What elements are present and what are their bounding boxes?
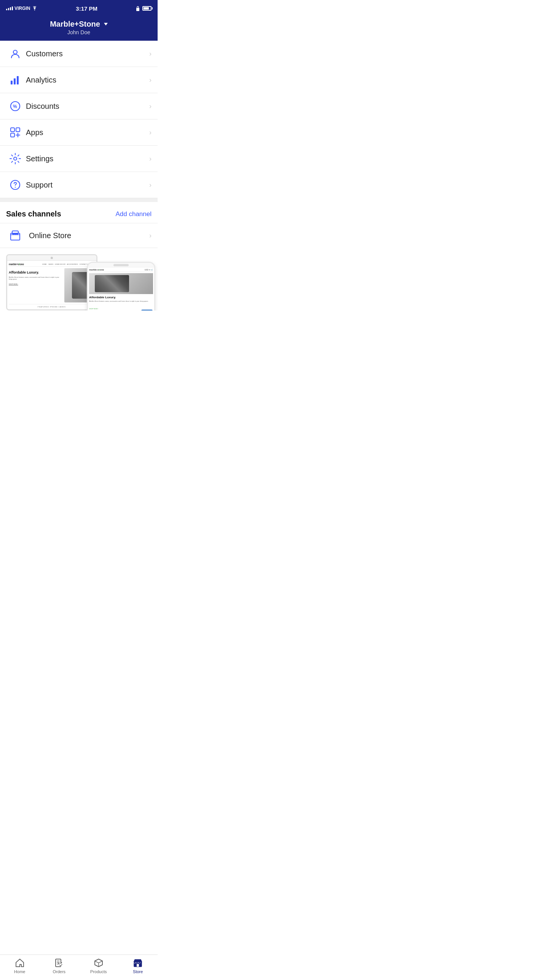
support-label: Support — [26, 181, 149, 189]
svg-text:%: % — [13, 104, 17, 109]
hero-headline: Affordable Luxury. — [9, 270, 63, 275]
svg-point-14 — [15, 187, 16, 188]
analytics-chevron: › — [149, 76, 152, 84]
status-time: 3:17 PM — [76, 5, 97, 12]
support-icon — [6, 179, 24, 191]
store-name-button[interactable]: Marble+Stone — [6, 20, 152, 29]
desktop-dot — [51, 257, 53, 259]
carrier-label: VIRGIN — [14, 6, 30, 11]
menu-item-analytics[interactable]: Analytics › — [0, 67, 158, 93]
user-name: John Doe — [6, 29, 152, 35]
nav-links: HOMECASESHOME DECORACCESSORIESCONTACT US… — [42, 263, 95, 265]
discounts-label: Discounts — [26, 102, 149, 111]
settings-label: Settings — [26, 154, 149, 163]
mobile-nav: marble+stone USD ▾ 🛒 — [89, 269, 153, 272]
battery-icon — [142, 6, 152, 11]
svg-rect-8 — [16, 128, 20, 132]
mobile-top-bar — [88, 263, 154, 267]
svg-rect-2 — [11, 81, 13, 84]
desktop-mockup: marble+stone HOMECASESHOME DECORACCESSOR… — [6, 254, 97, 310]
menu-item-customers[interactable]: Customers › — [0, 41, 158, 67]
lock-icon — [136, 6, 140, 11]
signal-icon — [6, 6, 13, 10]
online-store-label: Online Store — [29, 231, 149, 240]
sales-channels-title: Sales channels — [6, 210, 61, 218]
online-store-item[interactable]: Online Store › — [0, 223, 158, 248]
menu-item-discounts[interactable]: % Discounts › — [0, 93, 158, 119]
website-nav: marble+stone HOMECASESHOME DECORACCESSOR… — [9, 262, 95, 267]
status-left: VIRGIN — [6, 6, 38, 11]
svg-rect-7 — [11, 128, 14, 132]
mobile-website-content: marble+stone USD ▾ 🛒 Affordable Luxury. … — [88, 267, 154, 310]
discounts-chevron: › — [149, 102, 152, 110]
discounts-icon: % — [6, 100, 24, 112]
mobile-mockup: marble+stone USD ▾ 🛒 Affordable Luxury. … — [87, 262, 155, 310]
website-hero: Affordable Luxury. Marble+Stone features… — [9, 268, 95, 302]
customers-chevron: › — [149, 50, 152, 58]
website-logo: marble+stone — [9, 263, 24, 266]
customers-label: Customers — [26, 49, 149, 58]
mobile-hero-image — [89, 273, 153, 294]
section-divider — [0, 198, 158, 202]
add-channel-button[interactable]: Add channel — [115, 210, 152, 218]
svg-rect-0 — [136, 8, 139, 11]
mobile-hero-sub: Marble+Stone features cases, accessories… — [89, 300, 153, 302]
store-dropdown-icon — [104, 23, 108, 25]
analytics-label: Analytics — [26, 76, 149, 84]
svg-rect-9 — [11, 133, 14, 137]
app-header: Marble+Stone John Doe — [0, 17, 158, 41]
svg-point-18 — [15, 234, 16, 235]
menu-list: Customers › Analytics › % — [0, 41, 158, 198]
hero-text: Affordable Luxury. Marble+Stone features… — [9, 268, 63, 302]
mobile-hero-headline: Affordable Luxury. — [89, 296, 153, 299]
store-preview: marble+stone HOMECASESHOME DECORACCESSOR… — [0, 248, 158, 310]
support-chevron: › — [149, 181, 152, 189]
desktop-featured-label: FEATURED IPHONE CASES — [9, 304, 95, 308]
apps-label: Apps — [26, 128, 149, 137]
analytics-icon — [6, 74, 24, 86]
settings-chevron: › — [149, 155, 152, 163]
hero-subtext: Marble+Stone features cases, accessories… — [9, 276, 63, 280]
status-right — [136, 6, 152, 11]
wifi-icon — [32, 6, 38, 11]
online-store-icon — [6, 229, 24, 242]
sales-channels-header: Sales channels Add channel — [0, 202, 158, 223]
svg-point-1 — [13, 50, 17, 54]
settings-icon — [6, 153, 24, 165]
mobile-notch — [113, 264, 129, 266]
desktop-website-content: marble+stone HOMECASESHOME DECORACCESSOR… — [7, 261, 96, 309]
message-us-button[interactable]: Message Us — [141, 310, 153, 310]
status-bar: VIRGIN 3:17 PM — [0, 0, 158, 17]
svg-rect-4 — [17, 76, 19, 84]
customers-icon — [6, 48, 24, 60]
menu-item-support[interactable]: Support › — [0, 172, 158, 198]
menu-item-settings[interactable]: Settings › — [0, 146, 158, 172]
svg-point-12 — [14, 157, 17, 160]
desktop-top-bar — [7, 255, 96, 261]
store-name-label: Marble+Stone — [50, 20, 100, 29]
online-store-chevron: › — [149, 232, 152, 240]
svg-rect-3 — [14, 78, 16, 84]
mobile-shop-link: SHOP NOW › — [89, 308, 99, 310]
apps-chevron: › — [149, 129, 152, 137]
svg-point-17 — [13, 234, 14, 235]
shop-now-link: SHOP NOW › — [9, 283, 18, 285]
apps-icon — [6, 126, 24, 138]
svg-point-19 — [17, 234, 18, 235]
menu-item-apps[interactable]: Apps › — [0, 119, 158, 146]
preview-container: marble+stone HOMECASESHOME DECORACCESSOR… — [6, 254, 152, 310]
